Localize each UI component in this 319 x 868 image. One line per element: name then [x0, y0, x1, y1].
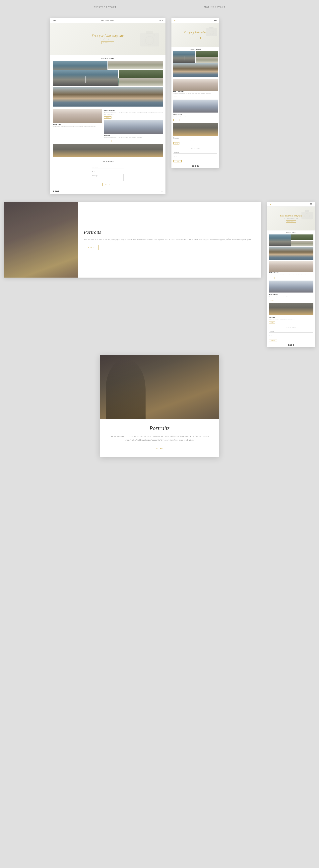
desktop-works-content: Mother Earth The only way to do great wo…: [50, 107, 165, 144]
mobile-hero-camera-icon: [204, 24, 218, 38]
mobile-contact-title-2: Get in touch: [269, 326, 313, 328]
mobile-mother-earth-title: Mother Earth: [173, 114, 217, 116]
mobile-mockup-second: ▣ Free portfolio template for photograph…: [267, 202, 315, 347]
desktop-layout-label: DESKTOP LAYOUT: [94, 6, 117, 8]
desktop-contact-title: Get in touch: [53, 161, 163, 163]
photo-forest-top: [119, 70, 163, 78]
mobile-portraits-2: Portraits Yes, we went to school in the …: [267, 315, 315, 325]
mobile-photo-road: [173, 51, 195, 63]
mobile-facebook-icon-2[interactable]: [290, 344, 292, 346]
mobile-instagram-icon[interactable]: [197, 165, 199, 167]
mobile-nav-2: ▣: [267, 202, 315, 207]
main-container: DESKTOP LAYOUT MOBILE LAYOUT Home Home G…: [0, 0, 319, 461]
desktop-hero-content: Free portfolio template for photographer…: [92, 34, 124, 44]
mobile-email-input-2[interactable]: [269, 335, 313, 337]
mobile-twitter-icon[interactable]: [192, 165, 194, 167]
mobile-footer: [171, 164, 219, 168]
mobile-contact-2: Get in touch SEND: [267, 324, 315, 343]
desktop-contact-form: SEND: [92, 165, 124, 186]
layout-labels-row: DESKTOP LAYOUT MOBILE LAYOUT: [50, 4, 269, 10]
mobile-portraits-text: Yes, we went to school in the sea, thoug…: [173, 139, 217, 141]
photo-mountains: [104, 120, 163, 134]
hamburger-icon[interactable]: [214, 20, 217, 21]
contact-name-input[interactable]: [92, 166, 124, 168]
mother-earth-text: The only way to do great work is to love…: [53, 126, 102, 127]
svg-rect-1: [146, 31, 153, 34]
mobile-me-btn-2[interactable]: MORE: [269, 299, 275, 301]
desktop-footer: f t in © 2023: [50, 189, 165, 194]
mobile-discover-button[interactable]: DISCOVER: [190, 37, 201, 39]
mobile-woman-seated: [173, 79, 218, 91]
mobile-contact-title: Get in touch: [173, 147, 217, 149]
nav-link-gallery[interactable]: Gallery: [105, 20, 109, 21]
contact-email-input[interactable]: [92, 170, 124, 173]
mobile-bw-title-2: B&W Collection: [269, 272, 313, 274]
full-portrait-title: Portraits: [110, 425, 209, 431]
desktop-recent-works-title: Recent works: [50, 55, 165, 61]
facebook-icon[interactable]: [159, 20, 160, 21]
mobile-send-button-2[interactable]: SEND: [269, 339, 277, 341]
full-portrait-more-button[interactable]: MORE: [151, 446, 168, 452]
hero-camera-icon: [137, 25, 161, 51]
mobile-email-input[interactable]: [173, 156, 217, 158]
mobile-twitter-icon-2[interactable]: [288, 344, 289, 346]
desktop-mockup: Home Home Gallery Contact: [50, 18, 165, 194]
instagram-icon[interactable]: [162, 20, 163, 21]
mobile-bw-title: B&W Collection: [173, 91, 218, 92]
footer-twitter-icon[interactable]: t: [55, 191, 57, 192]
mobile-photo-grid-2: [267, 235, 315, 246]
mobile-nav-logo-2: ▣: [270, 203, 271, 205]
portraits-section-text: Yes, we went to school in the sea, thoug…: [84, 238, 251, 241]
top-row: Home Home Gallery Contact: [50, 18, 269, 194]
full-portrait-hero-image: [100, 355, 219, 419]
contact-message-input[interactable]: [92, 174, 124, 181]
contact-send-button[interactable]: SEND: [102, 183, 113, 186]
big-portraits-row: Portraits Yes, we went to school in the …: [4, 202, 315, 347]
mobile-portraits-title: Portraits: [173, 137, 217, 139]
mobile-facebook-icon[interactable]: [195, 165, 196, 167]
footer-facebook-icon[interactable]: f: [53, 191, 54, 192]
footer-copyright: © 2023: [160, 191, 163, 192]
mobile-portraits-section: Portraits Yes, we went to school in the …: [171, 136, 219, 146]
bw-collection-more-button[interactable]: MORE: [104, 116, 111, 119]
mother-earth-image: [53, 109, 102, 123]
mobile-bw-more-button[interactable]: MORE: [173, 96, 179, 98]
nav-link-contact[interactable]: Contact: [110, 20, 114, 21]
portraits-section-more-button[interactable]: MORE: [84, 245, 98, 250]
mobile-layout-label: MOBILE LAYOUT: [204, 6, 225, 8]
desktop-nav: Home Home Gallery Contact: [50, 18, 165, 23]
mobile-bw-section-2: B&W Collection The only way to do great …: [267, 260, 315, 280]
svg-rect-13: [305, 210, 309, 212]
mobile-mother-earth-more-button[interactable]: MORE: [173, 119, 180, 121]
mobile-nav-logo: ▣: [174, 20, 176, 21]
mobile-name-input[interactable]: [173, 151, 217, 154]
photo-road-main: [53, 70, 118, 86]
mobile-recent-works-title-2: Recent works: [267, 230, 315, 235]
desktop-discover-button[interactable]: DISCOVER: [101, 41, 114, 44]
mobile-name-input-2[interactable]: [269, 331, 313, 333]
mobile-hero-camera-icon-2: [300, 208, 314, 221]
mobile-photo-person: [196, 57, 218, 63]
footer-instagram-icon[interactable]: in: [57, 191, 59, 192]
nav-link-home[interactable]: Home: [101, 20, 104, 21]
nav-links: Home Gallery Contact: [101, 20, 114, 21]
desktop-hero: Free portfolio template for photographer…: [50, 23, 165, 55]
mobile-hero-subtitle: for photographers: [188, 34, 202, 35]
mobile-hero-subtitle-2: for photographers: [284, 218, 298, 219]
mobile-send-button[interactable]: SEND: [173, 160, 182, 162]
mobile-portraits-text-2: Yes, we went to school in the sea, thoug…: [269, 318, 313, 320]
mobile-portraits-more-button[interactable]: MORE: [173, 142, 180, 145]
portraits-text-section: Portraits Yes, we went to school in the …: [78, 202, 257, 278]
mobile-bw-section: B&W Collection The only way to do great …: [171, 78, 219, 99]
twitter-icon[interactable]: [160, 20, 161, 21]
mobile-portraits-btn-2[interactable]: MORE: [269, 321, 275, 323]
mobile-bw-btn-2[interactable]: MORE: [269, 277, 275, 279]
mobile-instagram-icon-2[interactable]: [293, 344, 294, 346]
mobile-bw-text: The only way to do great work is to love…: [173, 93, 218, 94]
portraits-more-button[interactable]: MORE: [104, 140, 111, 142]
mobile-hero-title: Free portfolio template: [184, 31, 206, 34]
mobile-photo-forest-2: [291, 235, 313, 240]
mobile-discover-button-2[interactable]: DISCOVER: [286, 220, 296, 223]
hamburger-icon-2[interactable]: [310, 203, 312, 205]
mother-earth-more-button[interactable]: MORE: [53, 129, 60, 131]
